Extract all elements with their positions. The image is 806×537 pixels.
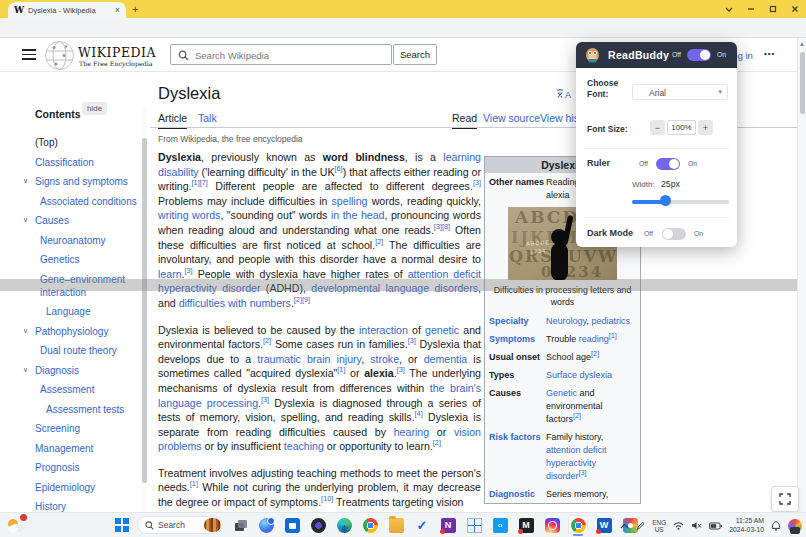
window-close-icon[interactable] bbox=[790, 4, 800, 14]
wiki-link[interactable]: Surface dyslexia bbox=[546, 370, 612, 380]
wikipedia-wordmark[interactable]: WIKIPEDIA bbox=[78, 45, 156, 60]
wiki-link[interactable]: stroke bbox=[370, 353, 399, 365]
wiki-link[interactable]: hearing bbox=[394, 426, 429, 438]
copilot-icon[interactable] bbox=[257, 516, 275, 534]
file-explorer-icon[interactable] bbox=[387, 516, 405, 534]
sidebar-item-management[interactable]: Management bbox=[10, 442, 142, 455]
toc-scrollbar[interactable] bbox=[142, 108, 147, 512]
infobox-label[interactable]: Risk factors bbox=[489, 431, 546, 483]
wiki-link[interactable]: dementia bbox=[424, 353, 468, 365]
taskbar-search[interactable]: Search bbox=[137, 516, 223, 534]
width-slider-thumb[interactable] bbox=[660, 195, 671, 206]
chevron-down-icon[interactable]: ∨ bbox=[23, 213, 28, 226]
power-toggle[interactable] bbox=[687, 49, 711, 61]
wiki-link[interactable]: spelling bbox=[332, 195, 368, 207]
volume-muted-icon[interactable] bbox=[691, 521, 702, 530]
settings-dark-icon[interactable] bbox=[309, 516, 327, 534]
todo-check-icon[interactable] bbox=[413, 516, 431, 534]
sidebar-item-assessment[interactable]: Assessment bbox=[10, 383, 142, 396]
scrollbar-thumb[interactable] bbox=[800, 52, 805, 114]
tab-view-source[interactable]: View source bbox=[483, 112, 540, 128]
windows-start-icon[interactable] bbox=[115, 518, 129, 532]
infobox-label[interactable]: Diagnostic bbox=[489, 488, 546, 501]
task-view-icon[interactable] bbox=[231, 516, 249, 534]
citation-ref[interactable]: [3] bbox=[579, 468, 587, 477]
chrome-active-icon[interactable] bbox=[569, 516, 587, 534]
sidebar-item-pathophysiology[interactable]: ∨Pathophysiology bbox=[10, 325, 142, 338]
sidebar-item-dual-route-theory[interactable]: Dual route theory bbox=[10, 344, 142, 357]
search-input[interactable]: Search Wikipedia bbox=[170, 44, 392, 65]
browser-tab[interactable]: W Dyslexia - Wikipedia × bbox=[8, 2, 126, 18]
citation-ref[interactable]: [10] bbox=[321, 495, 333, 504]
sidebar-item-diagnosis[interactable]: ∨Diagnosis bbox=[10, 364, 142, 377]
sidebar-item-epidemiology[interactable]: Epidemiology bbox=[10, 481, 142, 494]
more-options-dots[interactable]: ••• bbox=[764, 49, 775, 58]
wiki-link[interactable]: pediatrics bbox=[591, 316, 630, 326]
wikipedia-globe-logo[interactable] bbox=[44, 40, 75, 71]
mail-icon[interactable] bbox=[517, 516, 535, 534]
chevron-down-icon[interactable]: ∨ bbox=[23, 363, 28, 376]
tab-close-icon[interactable]: × bbox=[115, 6, 120, 15]
sidebar-item-assessment-tests[interactable]: Assessment tests bbox=[10, 403, 142, 416]
window-chevron-icon[interactable] bbox=[724, 4, 734, 14]
search-highlight-image[interactable] bbox=[204, 518, 221, 532]
sidebar-item-screening[interactable]: Screening bbox=[10, 422, 142, 435]
calculator-icon[interactable] bbox=[465, 516, 483, 534]
sidebar-item-genetics[interactable]: Genetics bbox=[10, 253, 142, 266]
pen-icon[interactable] bbox=[636, 521, 645, 531]
font-size-value[interactable] bbox=[667, 120, 696, 135]
citation-ref[interactable]: [1][7] bbox=[192, 179, 208, 188]
chevron-down-icon[interactable]: ∨ bbox=[23, 174, 28, 187]
font-size-plus-button[interactable]: + bbox=[698, 120, 713, 135]
wiki-link[interactable]: Genetic bbox=[546, 388, 577, 398]
toc-hide-button[interactable]: hide bbox=[82, 102, 107, 115]
new-tab-icon[interactable]: + bbox=[132, 3, 138, 15]
width-slider-track[interactable] bbox=[632, 200, 729, 204]
tab-talk[interactable]: Talk bbox=[198, 112, 217, 128]
citation-ref[interactable]: [2] bbox=[591, 349, 599, 358]
hamburger-menu-icon[interactable] bbox=[22, 49, 36, 60]
sidebar-item-classification[interactable]: Classification bbox=[10, 156, 142, 169]
sidebar-item-causes[interactable]: ∨Causes bbox=[10, 214, 142, 227]
sidebar-item-associated-conditions[interactable]: Associated conditions bbox=[10, 195, 142, 208]
font-size-minus-button[interactable]: − bbox=[650, 120, 665, 135]
wiki-link[interactable]: interaction bbox=[359, 324, 408, 336]
weather-widget[interactable] bbox=[5, 515, 27, 535]
battery-icon[interactable] bbox=[709, 522, 722, 530]
scroll-up-arrow[interactable] bbox=[800, 42, 804, 46]
clock[interactable]: 11:25 AM2024-03-10 bbox=[729, 517, 764, 534]
wiki-link[interactable]: attention deficit hyperactivity disorder bbox=[546, 445, 607, 481]
infobox-label[interactable]: Specialty bbox=[489, 315, 546, 328]
citation-ref[interactable]: [3] bbox=[408, 337, 416, 346]
onenote-icon[interactable] bbox=[439, 516, 457, 534]
infobox-label[interactable]: Symptoms bbox=[489, 333, 546, 346]
ruler-toggle[interactable] bbox=[656, 158, 680, 170]
store-icon[interactable] bbox=[283, 516, 301, 534]
citation-ref[interactable]: [3] bbox=[185, 266, 193, 275]
citation-ref[interactable]: [3] bbox=[397, 366, 405, 375]
word-icon[interactable] bbox=[595, 516, 613, 534]
paint-icon[interactable] bbox=[788, 519, 802, 533]
wiki-link[interactable]: learn bbox=[158, 268, 182, 280]
page-scrollbar[interactable] bbox=[797, 38, 806, 512]
window-maximize-icon[interactable] bbox=[768, 4, 778, 14]
citation-ref[interactable]: [1] bbox=[190, 480, 198, 489]
citation-ref[interactable]: [4] bbox=[415, 410, 423, 419]
instagram-icon[interactable] bbox=[543, 516, 561, 534]
citation-ref[interactable]: [2] bbox=[263, 337, 271, 346]
wiki-link[interactable]: writing words bbox=[158, 209, 220, 221]
edge-icon[interactable] bbox=[335, 516, 353, 534]
citation-ref[interactable]: [1] bbox=[609, 331, 617, 340]
citation-ref[interactable]: [6] bbox=[335, 164, 343, 173]
citation-ref[interactable]: [3][8] bbox=[434, 222, 450, 231]
citation-ref[interactable]: [2] bbox=[573, 411, 581, 420]
chrome-icon[interactable] bbox=[361, 516, 379, 534]
sidebar-item--top-[interactable]: (Top) bbox=[10, 136, 142, 149]
citation-ref[interactable]: [3] bbox=[261, 395, 269, 404]
wiki-link[interactable]: Neurology bbox=[546, 316, 586, 326]
wiki-link[interactable]: reading bbox=[579, 334, 609, 344]
sidebar-item-history[interactable]: History bbox=[10, 500, 142, 512]
wiki-link[interactable]: difficulties with numbers bbox=[179, 297, 291, 309]
wiki-link[interactable]: traumatic brain injury bbox=[257, 353, 361, 365]
sidebar-item-language[interactable]: Language bbox=[10, 305, 142, 318]
